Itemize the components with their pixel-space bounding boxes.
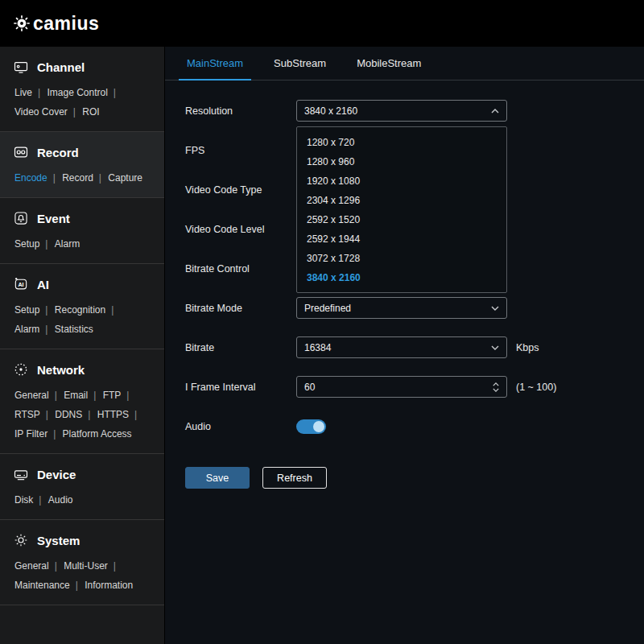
chevron-down-icon (491, 306, 499, 311)
spinner-down-icon[interactable] (493, 388, 499, 392)
video-code-level-label: Video Code Level (185, 224, 296, 235)
sidebar-item-image-control[interactable]: Image Control (47, 83, 120, 102)
bitrate-mode-label: Bitrate Mode (185, 303, 296, 314)
resolution-label: Resolution (185, 105, 296, 117)
resolution-option[interactable]: 2304 x 1296 (297, 191, 506, 210)
channel-icon (13, 59, 29, 75)
event-bell-icon (13, 210, 29, 226)
resolution-option-selected[interactable]: 3840 x 2160 (297, 268, 506, 287)
sidebar-item-sys-information[interactable]: Information (85, 576, 133, 595)
sidebar-item-device-audio[interactable]: Audio (48, 490, 73, 510)
nav-header-system[interactable]: System (13, 530, 151, 553)
chevron-down-icon (491, 345, 499, 350)
nav-items-system: General Multi-User Maintenance Informati… (13, 553, 151, 595)
sidebar-item-sys-multi-user[interactable]: Multi-User (64, 556, 120, 576)
nav-header-channel[interactable]: Channel (13, 56, 151, 80)
form-actions: Save Refresh (185, 467, 644, 489)
sidebar-item-live[interactable]: Live (14, 83, 44, 102)
i-frame-interval-range-hint: (1 ~ 100) (516, 382, 556, 393)
nav-header-ai[interactable]: AI AI (13, 274, 151, 297)
i-frame-interval-input[interactable]: 60 (296, 376, 507, 398)
sidebar-item-encode[interactable]: Encode (14, 168, 60, 188)
sidebar-item-ai-alarm[interactable]: Alarm (14, 320, 52, 339)
sidebar-item-net-https[interactable]: HTTPS (97, 405, 141, 424)
sidebar-item-net-platform-access[interactable]: Platform Access (63, 424, 132, 444)
resolution-row: Resolution 3840 x 2160 (185, 91, 644, 130)
audio-toggle[interactable] (296, 419, 326, 434)
audio-toggle-knob (313, 421, 324, 432)
logo: camius (11, 13, 99, 35)
nav-title-network: Network (37, 363, 85, 377)
nav-items-device: Disk Audio (13, 487, 151, 510)
resolution-option[interactable]: 1280 x 960 (297, 152, 506, 171)
sidebar-item-sys-maintenance[interactable]: Maintenance (14, 576, 82, 595)
sidebar-item-net-email[interactable]: Email (64, 386, 100, 405)
sidebar-item-net-rtsp[interactable]: RTSP (14, 405, 52, 424)
bitrate-mode-select[interactable]: Predefined (296, 297, 507, 319)
sidebar-item-roi[interactable]: ROI (82, 102, 99, 122)
nav-header-network[interactable]: Network (13, 359, 151, 382)
stream-tabs: MainStream SubStream MobileStream (165, 47, 644, 80)
resolution-option[interactable]: 1280 x 720 (297, 133, 506, 152)
bitrate-select[interactable]: 16384 (296, 336, 507, 358)
sidebar-item-event-setup[interactable]: Setup (14, 234, 52, 254)
sidebar-item-capture[interactable]: Capture (108, 168, 142, 188)
spinner-control[interactable] (493, 382, 499, 392)
bitrate-mode-row: Bitrate Mode Predefined (185, 288, 644, 328)
bitrate-mode-value: Predefined (304, 303, 351, 314)
sidebar-item-event-alarm[interactable]: Alarm (55, 234, 80, 254)
sidebar-item-disk[interactable]: Disk (14, 490, 45, 510)
system-gear-icon (13, 532, 29, 548)
nav-items-ai: Setup Recognition Alarm Statistics (13, 297, 151, 339)
sidebar-item-ai-setup[interactable]: Setup (14, 300, 52, 320)
sidebar-item-ai-statistics[interactable]: Statistics (55, 320, 93, 339)
sidebar-item-net-ddns[interactable]: DDNS (55, 405, 94, 424)
sidebar-item-net-general[interactable]: General (14, 386, 61, 405)
nav-header-event[interactable]: Event (13, 208, 151, 231)
logo-text: camius (33, 13, 99, 35)
nav-header-device[interactable]: Device (13, 464, 151, 487)
spinner-up-icon[interactable] (493, 382, 499, 386)
nav-header-record[interactable]: Record (13, 142, 151, 165)
sidebar-item-net-ftp[interactable]: FTP (103, 386, 134, 405)
nav-title-channel: Channel (37, 60, 85, 74)
refresh-button[interactable]: Refresh (262, 467, 327, 489)
fps-label: FPS (185, 145, 296, 156)
resolution-value: 3840 x 2160 (304, 105, 357, 117)
i-frame-interval-label: I Frame Interval (185, 382, 296, 393)
encode-form: Resolution 3840 x 2160 FPS Video Code Ty… (165, 80, 644, 644)
resolution-select[interactable]: 3840 x 2160 (296, 100, 507, 122)
tab-substream[interactable]: SubStream (262, 47, 337, 80)
sidebar-item-ai-recognition[interactable]: Recognition (55, 300, 118, 320)
nav-items-record: Encode Record Capture (13, 165, 151, 188)
nav-section-record: Record Encode Record Capture (0, 132, 164, 198)
nav-title-event: Event (37, 212, 70, 225)
nav-section-event: Event Setup Alarm (0, 198, 164, 264)
svg-text:AI: AI (18, 282, 23, 288)
sidebar-item-record[interactable]: Record (62, 168, 105, 188)
resolution-option[interactable]: 1920 x 1080 (297, 171, 506, 191)
bitrate-value: 16384 (304, 342, 331, 353)
device-disk-icon (13, 466, 29, 482)
tab-mainstream[interactable]: MainStream (175, 47, 254, 80)
video-code-type-label: Video Code Type (185, 184, 296, 196)
app: camius Channel Live Image Control Video … (0, 0, 644, 644)
record-icon (13, 144, 29, 160)
logo-gear-icon (11, 13, 32, 34)
i-frame-interval-row: I Frame Interval 60 (1 ~ 100) (185, 367, 644, 407)
nav-section-ai: AI AI Setup Recognition Alarm Statistics (0, 264, 164, 349)
nav-title-device: Device (37, 468, 76, 481)
nav-title-ai: AI (37, 278, 49, 291)
resolution-option[interactable]: 3072 x 1728 (297, 249, 506, 268)
i-frame-interval-value: 60 (304, 382, 315, 393)
tab-mobilestream[interactable]: MobileStream (345, 47, 432, 80)
nav-title-record: Record (37, 146, 79, 159)
sidebar-item-video-cover[interactable]: Video Cover (14, 102, 80, 122)
save-button[interactable]: Save (185, 467, 250, 489)
sidebar-item-sys-general[interactable]: General (14, 556, 61, 576)
resolution-option[interactable]: 2592 x 1520 (297, 210, 506, 229)
sidebar-item-net-ip-filter[interactable]: IP Filter (14, 424, 60, 444)
bitrate-control-label: Bitrate Control (185, 263, 296, 275)
resolution-option[interactable]: 2592 x 1944 (297, 229, 506, 249)
nav-section-channel: Channel Live Image Control Video Cover R… (0, 47, 164, 132)
